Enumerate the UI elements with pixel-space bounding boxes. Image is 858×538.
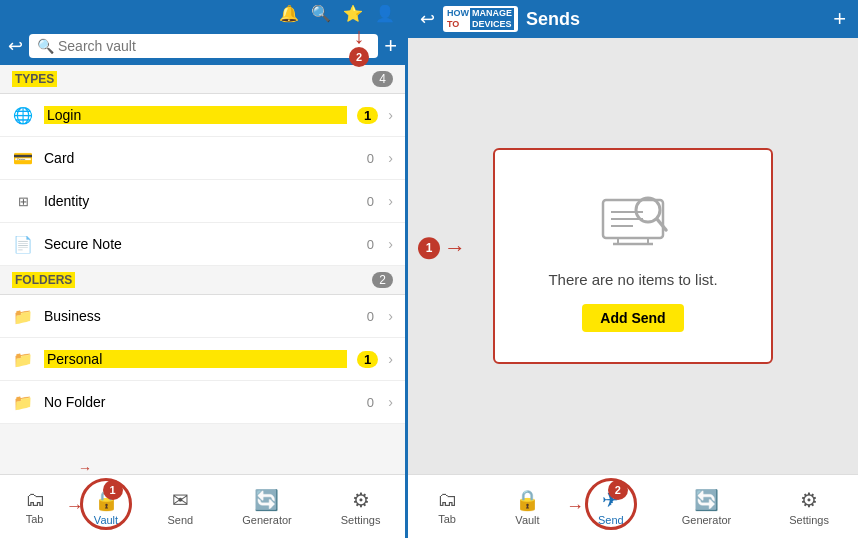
left-header: ↩ 🔍 ↓ 2 + bbox=[0, 27, 405, 65]
right-panel: ↩ HOW TO MANAGE DEVICES Sends + 1 → bbox=[408, 0, 858, 538]
empty-text: There are no items to list. bbox=[548, 271, 717, 288]
search-icon: 🔍 bbox=[311, 4, 331, 23]
top-icons-bar: 🔔 🔍 ⭐ 👤 bbox=[0, 0, 405, 27]
settings-icon: ⚙ bbox=[352, 488, 370, 512]
list-item-card[interactable]: 💳 Card 0 › bbox=[0, 137, 405, 180]
vault-label: Vault bbox=[94, 514, 118, 526]
list-item-personal[interactable]: 📁 Personal 1 › bbox=[0, 338, 405, 381]
search-icon-small: 🔍 bbox=[37, 38, 54, 54]
secure-note-icon: 📄 bbox=[12, 233, 34, 255]
svg-line-7 bbox=[657, 219, 666, 230]
no-folder-count: 0 bbox=[362, 395, 378, 410]
nav-settings[interactable]: ⚙ Settings bbox=[341, 488, 381, 526]
chevron-icon: › bbox=[388, 351, 393, 367]
logo: HOW TO MANAGE DEVICES bbox=[443, 6, 518, 32]
secure-note-count: 0 bbox=[362, 237, 378, 252]
login-icon: 🌐 bbox=[12, 104, 34, 126]
send-label: Send bbox=[168, 514, 194, 526]
right-header: ↩ HOW TO MANAGE DEVICES Sends + bbox=[408, 0, 858, 38]
chevron-icon: › bbox=[388, 193, 393, 209]
types-section-header: TYPES 4 bbox=[0, 65, 405, 94]
empty-state-icon bbox=[588, 180, 678, 255]
business-label: Business bbox=[44, 308, 352, 324]
right-nav-settings[interactable]: ⚙ Settings bbox=[789, 488, 829, 526]
personal-label: Personal bbox=[44, 350, 347, 368]
right-add-button[interactable]: + bbox=[833, 6, 846, 32]
profile-icon: 👤 bbox=[375, 4, 395, 23]
list-item-identity[interactable]: ⊞ Identity 0 › bbox=[0, 180, 405, 223]
card-label: Card bbox=[44, 150, 352, 166]
list-item-secure-note[interactable]: 📄 Secure Note 0 › bbox=[0, 223, 405, 266]
tab-icon: 🗂 bbox=[437, 488, 457, 511]
chevron-icon: › bbox=[388, 394, 393, 410]
identity-count: 0 bbox=[362, 194, 378, 209]
generator-label: Generator bbox=[682, 514, 732, 526]
nav-tab[interactable]: 🗂 Tab bbox=[25, 488, 45, 525]
no-folder-label: No Folder bbox=[44, 394, 352, 410]
business-count: 0 bbox=[362, 309, 378, 324]
personal-count: 1 bbox=[357, 351, 378, 368]
chevron-icon: › bbox=[388, 308, 393, 324]
search-input[interactable] bbox=[58, 38, 370, 54]
chevron-icon: › bbox=[388, 107, 393, 123]
vault-icon: 🔒 bbox=[515, 488, 540, 512]
add-send-button[interactable]: Add Send bbox=[582, 304, 683, 332]
search-bar[interactable]: 🔍 bbox=[29, 34, 378, 58]
send-annotation-badge: 2 bbox=[608, 480, 628, 500]
tab-label: Tab bbox=[438, 513, 456, 525]
bell-icon: 🔔 bbox=[279, 4, 299, 23]
empty-state-box: There are no items to list. Add Send bbox=[493, 148, 773, 364]
folders-section-header: FOLDERS 2 bbox=[0, 266, 405, 295]
login-count: 1 bbox=[357, 107, 378, 124]
identity-icon: ⊞ bbox=[12, 190, 34, 212]
right-nav-tab[interactable]: 🗂 Tab bbox=[437, 488, 457, 525]
folders-title: FOLDERS bbox=[12, 272, 75, 288]
nav-vault[interactable]: → 🔒 Vault 1 bbox=[94, 488, 119, 526]
vault-label: Vault bbox=[515, 514, 539, 526]
settings-label: Settings bbox=[341, 514, 381, 526]
chevron-icon: › bbox=[388, 150, 393, 166]
send-label: Send bbox=[598, 514, 624, 526]
star-icon: ⭐ bbox=[343, 4, 363, 23]
right-nav-vault[interactable]: 🔒 Vault bbox=[515, 488, 540, 526]
right-back-icon: ↩ bbox=[420, 8, 435, 30]
right-annotation-1-badge: 1 bbox=[418, 237, 440, 259]
right-bottom-nav: 🗂 Tab 🔒 Vault → ✈ Send 2 🔄 Generator ⚙ S… bbox=[408, 474, 858, 538]
generator-icon: 🔄 bbox=[254, 488, 279, 512]
settings-label: Settings bbox=[789, 514, 829, 526]
send-icon: ✉ bbox=[172, 488, 189, 512]
folder-icon: 📁 bbox=[12, 348, 34, 370]
login-label: Login bbox=[44, 106, 347, 124]
chevron-icon: › bbox=[388, 236, 393, 252]
identity-label: Identity bbox=[44, 193, 352, 209]
list-item-login[interactable]: 🌐 Login 1 › bbox=[0, 94, 405, 137]
folders-count: 2 bbox=[372, 272, 393, 288]
nav-send[interactable]: ✉ Send bbox=[168, 488, 194, 526]
vault-list: TYPES 4 🌐 Login 1 › 💳 Card 0 › ⊞ Identit… bbox=[0, 65, 405, 474]
right-content: 1 → There are no items to list. Add Send bbox=[408, 38, 858, 474]
list-item-business[interactable]: 📁 Business 0 › bbox=[0, 295, 405, 338]
tab-label: Tab bbox=[26, 513, 44, 525]
folder-icon: 📁 bbox=[12, 391, 34, 413]
add-vault-button[interactable]: + bbox=[384, 33, 397, 59]
generator-icon: 🔄 bbox=[694, 488, 719, 512]
types-count: 4 bbox=[372, 71, 393, 87]
left-bottom-nav: → 🗂 Tab → 🔒 Vault 1 ✉ Send 🔄 Generator bbox=[0, 474, 405, 538]
card-icon: 💳 bbox=[12, 147, 34, 169]
list-item-no-folder[interactable]: 📁 No Folder 0 › bbox=[0, 381, 405, 424]
right-nav-send[interactable]: → ✈ Send 2 bbox=[598, 488, 624, 526]
tab-icon: 🗂 bbox=[25, 488, 45, 511]
secure-note-label: Secure Note bbox=[44, 236, 352, 252]
folder-icon: 📁 bbox=[12, 305, 34, 327]
left-panel: 🔔 🔍 ⭐ 👤 ↩ 🔍 ↓ 2 + TYPES 4 🌐 Login 1 › bbox=[0, 0, 408, 538]
card-count: 0 bbox=[362, 151, 378, 166]
right-title: Sends bbox=[526, 9, 825, 30]
right-nav-generator[interactable]: 🔄 Generator bbox=[682, 488, 732, 526]
vault-annotation-badge: 1 bbox=[103, 480, 123, 500]
back-icon: ↩ bbox=[8, 35, 23, 57]
types-title: TYPES bbox=[12, 71, 57, 87]
settings-icon: ⚙ bbox=[800, 488, 818, 512]
generator-label: Generator bbox=[242, 514, 292, 526]
nav-generator[interactable]: 🔄 Generator bbox=[242, 488, 292, 526]
